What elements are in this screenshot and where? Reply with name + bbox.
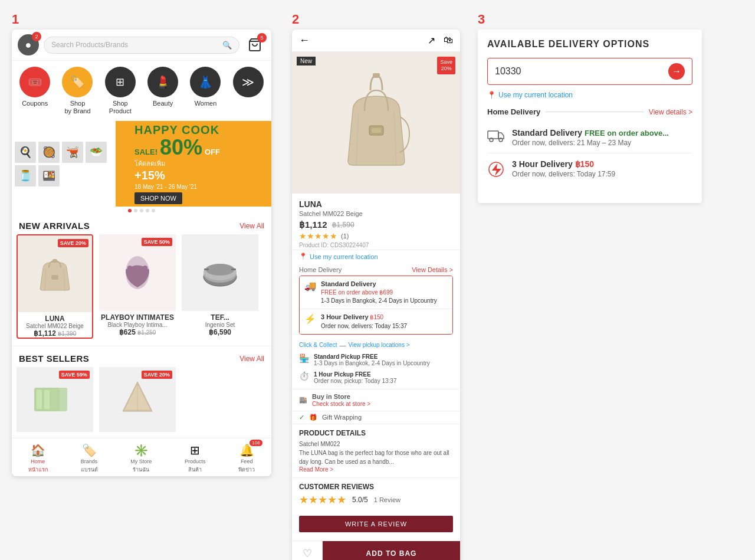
- add-to-bag-button[interactable]: ADD TO BAG: [323, 541, 460, 560]
- nav-products[interactable]: ⊞ Products สินค้า: [185, 443, 206, 474]
- banner-date: 18 May '21 - 26 May '21: [134, 184, 265, 190]
- wishlist-button[interactable]: ♡: [292, 541, 323, 560]
- bestseller-1[interactable]: SAVE 59%: [17, 367, 93, 432]
- standard-delivery-text: Standard Delivery FREE on order above ฿6…: [321, 280, 437, 305]
- one-hour-text: 1 Hour Pickup FREE Order now, pickup: To…: [314, 371, 396, 384]
- cart-badge: 5: [257, 33, 267, 42]
- product-luna[interactable]: SAVE 20% LUNA Satchel MM022 Beige ฿1,112…: [17, 234, 93, 339]
- svg-rect-22: [373, 73, 380, 78]
- gift-row: ✓ 🎁 Gift Wrapping: [292, 411, 460, 424]
- nav-mystore[interactable]: ✳️ My Store ร้านฉัน: [130, 443, 152, 474]
- luna-bag-img: [31, 250, 78, 297]
- product-tef[interactable]: TEF... Ingenio Set ฿6,590: [182, 234, 258, 339]
- luna-price: ฿1,112 ฿1,390: [18, 329, 92, 338]
- bestseller-1-img: SAVE 59%: [17, 367, 93, 432]
- category-more[interactable]: ≫: [228, 67, 269, 115]
- phone-frame-1: ● 2 Search Products/Brands 🔍 5 🎟️: [12, 30, 271, 476]
- std-delivery-sub: 1-3 Days in Bangkok, 2-4 Days in Upcount…: [321, 297, 437, 304]
- tef-product-img: [199, 252, 241, 293]
- beauty-icon: 💄: [147, 67, 178, 97]
- three-hour-text: 3 Hour Delivery ฿150 Order now, delivers…: [321, 313, 407, 330]
- best-sellers-title: BEST SELLERS: [19, 353, 89, 363]
- feed-badge-wrapper: 🔔 108: [239, 443, 254, 457]
- review-score: 5.0/5: [352, 496, 368, 504]
- products-sub: สินค้า: [188, 466, 202, 474]
- three-hour-title-large: 3 Hour Delivery ฿150: [512, 159, 692, 169]
- nav-feed[interactable]: 🔔 108 Feed ฟีดข่าว: [238, 443, 255, 474]
- product-prices: ฿1,112 ฿1,590: [299, 220, 453, 230]
- hd-divider-line: [545, 112, 644, 112]
- search-placeholder: Search Products/Brands: [51, 41, 128, 49]
- share-icon[interactable]: ↗: [428, 35, 435, 46]
- check-stock-link[interactable]: Check stock at store >: [312, 401, 370, 407]
- dot-5: [152, 209, 155, 212]
- cart-icon-wrapper[interactable]: 5: [244, 34, 265, 55]
- delivery-panel-title: AVAILABLE DELIVERY OPTIONS: [487, 39, 692, 50]
- bag-icon[interactable]: 🛍: [444, 35, 453, 46]
- delivery-section: Home Delivery View Details > 🚚 Standard …: [292, 263, 460, 342]
- zip-submit-button[interactable]: →: [668, 63, 685, 80]
- banner-sub2: +15%: [134, 169, 265, 182]
- nav-brands[interactable]: 🏷️ Brands แบรนด์: [81, 443, 98, 474]
- collect-label: Click & Collect: [299, 342, 337, 348]
- buy-store-label: Buy in Store: [312, 393, 370, 400]
- back-icon[interactable]: ←: [299, 34, 310, 47]
- feed-sub: ฟีดข่าว: [238, 466, 255, 474]
- buy-in-store: 🏬 Buy in Store Check stock at store >: [292, 389, 460, 411]
- beauty-label: Beauty: [153, 100, 173, 107]
- search-bar[interactable]: Search Products/Brands 🔍: [44, 37, 239, 54]
- read-more-link[interactable]: Read More >: [299, 466, 453, 473]
- category-women[interactable]: 👗 Women: [185, 67, 226, 115]
- location-row[interactable]: 📍 Use my current location: [292, 250, 460, 263]
- shop-product-icon: ⊞: [105, 67, 136, 97]
- hd-view-details[interactable]: View details >: [644, 108, 692, 116]
- truck-icon-1: 🚚: [304, 280, 316, 292]
- write-review-button[interactable]: WRITE A REVIEW: [299, 516, 453, 532]
- nav-home[interactable]: 🏠 Home หน้าแรก: [28, 443, 48, 474]
- zip-input[interactable]: [495, 66, 668, 77]
- product-desc-detail: Satchel MM022 Beige: [299, 210, 453, 217]
- mystore-icon: ✳️: [134, 443, 149, 457]
- reviews-summary: ★★★★★ 5.0/5 1 Review: [299, 493, 453, 506]
- feed-label: Feed: [241, 459, 253, 464]
- category-shop-by-brand[interactable]: 🏷️ Shopby Brand: [57, 67, 98, 115]
- shop-now-button[interactable]: SHOP NOW: [134, 192, 182, 204]
- free-text-1: FREE on order above ฿699: [321, 289, 393, 296]
- new-arrivals-view-all[interactable]: View All: [239, 222, 264, 230]
- feed-count: 108: [250, 440, 262, 446]
- std-delivery-large-content: Standard Delivery FREE on order above...…: [512, 128, 692, 147]
- home-delivery-label: Home Delivery: [299, 266, 342, 273]
- avatar[interactable]: ● 2: [18, 34, 39, 55]
- banner-sale: 80%: [160, 137, 202, 158]
- dot-1: [128, 209, 132, 212]
- mystore-sub: ร้านฉัน: [133, 466, 149, 474]
- mystore-label: My Store: [130, 459, 152, 464]
- coupons-icon: 🎟️: [19, 67, 50, 97]
- category-coupons[interactable]: 🎟️ Coupons: [14, 67, 55, 115]
- bestseller-2[interactable]: SAVE 20%: [99, 367, 176, 432]
- new-badge: New: [297, 57, 316, 66]
- product-brand: LUNA: [299, 199, 453, 209]
- zip-input-row: →: [487, 58, 692, 85]
- category-shop-product[interactable]: ⊞ ShopProduct: [100, 67, 141, 115]
- collect-section: Click & Collect — View pickup locations …: [292, 342, 460, 389]
- category-beauty[interactable]: 💄 Beauty: [142, 67, 183, 115]
- products-label: Products: [185, 459, 206, 464]
- shop-by-brand-label: Shopby Brand: [64, 100, 90, 115]
- playboy-save-badge: SAVE 50%: [142, 238, 172, 246]
- best-sellers-view-all[interactable]: View All: [239, 355, 264, 363]
- banner: 🍳 🥘 🫕 🥗 🫙 🍱 HAPPY COOK SALE! 80% OFF: [12, 121, 271, 207]
- tef-img: [182, 234, 258, 311]
- playboy-name: PLAYBOY INTIMATES: [99, 313, 176, 322]
- three-hour-delivery-large: 3 Hour Delivery ฿150 Order now, delivers…: [487, 153, 692, 188]
- svg-rect-12: [204, 268, 209, 270]
- view-locations-link[interactable]: View pickup locations >: [348, 342, 409, 348]
- location-link[interactable]: 📍 Use my current location: [487, 91, 692, 99]
- view-details-link[interactable]: View Details >: [412, 266, 453, 273]
- product-playboy[interactable]: SAVE 50% PLAYBOY INTIMATES Black Playboy…: [99, 234, 176, 339]
- best-sellers-heading: BEST SELLERS View All: [12, 348, 271, 367]
- dot-2: [134, 209, 137, 212]
- delivery-header-row: Home Delivery View Details >: [299, 266, 453, 273]
- banner-icon-1: 🍳: [15, 142, 36, 163]
- product-details-section: PRODUCT DETAILS Satchel MM022 The LUNA b…: [292, 424, 460, 477]
